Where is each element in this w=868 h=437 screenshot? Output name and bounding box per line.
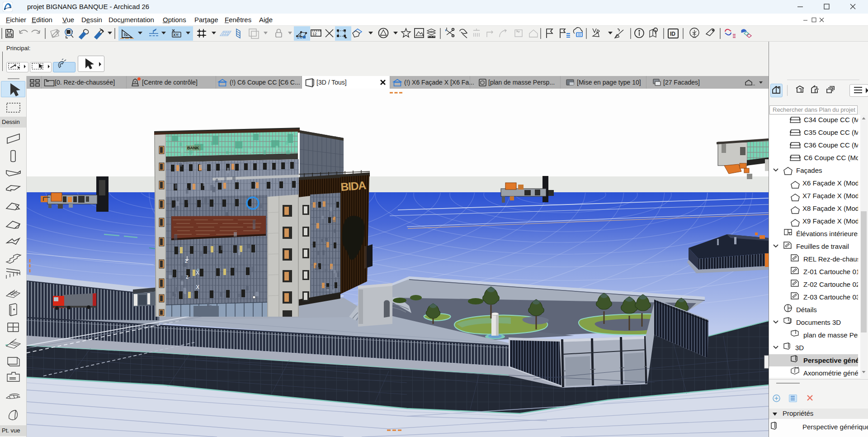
svg-text:z: z xyxy=(186,274,189,280)
svg-text:BIDA: BIDA xyxy=(340,179,367,193)
svg-text:ID: ID xyxy=(670,31,675,37)
svg-text:BANK: BANK xyxy=(187,146,199,150)
svg-text:X: X xyxy=(196,270,199,276)
svg-text:XY:: XY: xyxy=(173,33,179,37)
svg-text:12: 12 xyxy=(312,32,317,36)
svg-text:X: X xyxy=(196,284,199,290)
